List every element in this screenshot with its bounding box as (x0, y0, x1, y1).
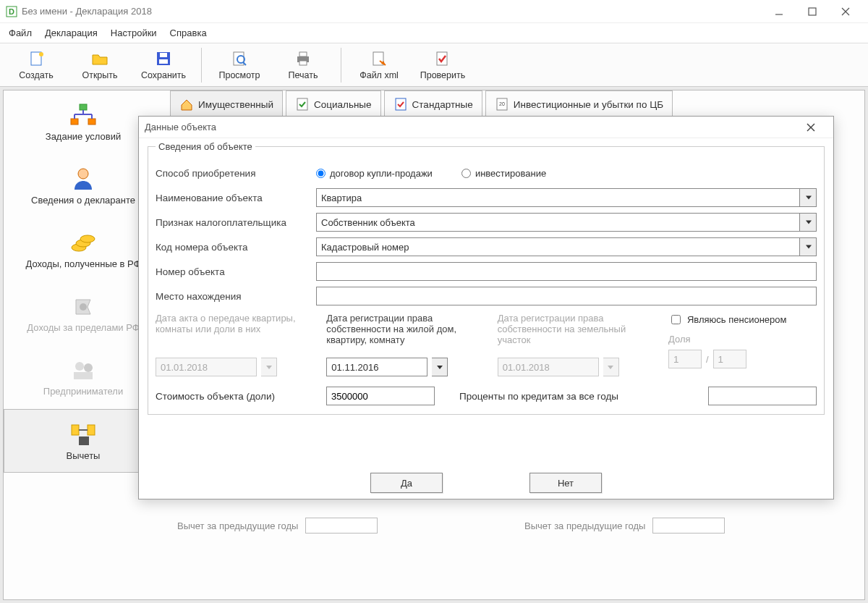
svg-rect-16 (299, 61, 307, 65)
deductions-icon (69, 421, 98, 447)
svg-rect-19 (437, 52, 447, 65)
radio-invest-label: инвестирование (475, 168, 546, 179)
filexml-button[interactable]: Файл xml (347, 46, 411, 85)
menu-help[interactable]: Справка (170, 28, 207, 38)
income-abroad-icon (69, 293, 98, 319)
svg-point-7 (39, 52, 43, 56)
save-button[interactable]: Сохранить (132, 46, 195, 85)
toolbar: Создать Открыть Сохранить Просмотр Печат… (0, 43, 868, 87)
close-button[interactable] (829, 0, 862, 23)
pensioner-checkbox[interactable]: Являюсь пенсионером (668, 313, 817, 326)
prev-years-right: Вычет за предыдущие годы (524, 518, 725, 534)
svg-point-30 (80, 235, 95, 243)
preview-button[interactable]: Просмотр (208, 46, 271, 85)
tab-investment-label: Инвестиционные и убытки по ЦБ (514, 99, 663, 110)
obj-name-label: Наименование объекта (156, 193, 316, 203)
title-bar: D Без имени - Декларация 2018 (0, 0, 868, 23)
svg-rect-3 (809, 8, 816, 15)
chevron-down-icon (806, 196, 812, 200)
date-reg-prop-input[interactable]: 01.11.2016 (326, 358, 427, 376)
date-act-dropdown (261, 358, 277, 376)
obj-number-label: Номер объекта (156, 266, 316, 277)
cost-label: Стоимость объекта (доли) (156, 391, 316, 402)
nav-declarant-label: Сведения о декларанте (31, 195, 135, 206)
pensioner-checkbox-input[interactable] (671, 315, 681, 324)
menu-file[interactable]: Файл (9, 28, 32, 38)
tab-standard-label: Стандартные (412, 99, 473, 110)
radio-invest[interactable]: инвестирование (461, 168, 546, 179)
chevron-down-icon (608, 366, 613, 369)
house-icon (179, 97, 194, 111)
maximize-button[interactable] (796, 0, 829, 23)
no-button[interactable]: Нет (529, 473, 602, 493)
date-reg-prop-dropdown[interactable] (432, 358, 448, 376)
minimize-button[interactable] (762, 0, 796, 23)
svg-text:D: D (9, 7, 14, 16)
chevron-down-icon (266, 366, 272, 369)
svg-point-32 (75, 362, 84, 371)
nav-income-abroad-label: Доходы за пределами РФ (27, 322, 139, 333)
tab-social[interactable]: Социальные (286, 90, 381, 118)
svg-rect-9 (159, 59, 168, 64)
document-check-icon (295, 97, 310, 111)
taxpayer-sign-value: Собственник объекта (321, 217, 415, 228)
preview-icon (231, 50, 248, 67)
date-reg-land-dropdown (603, 358, 619, 376)
radio-purchase-input[interactable] (316, 169, 326, 178)
save-label: Сохранить (141, 70, 186, 80)
cost-input[interactable] (326, 387, 435, 405)
obj-code-combo[interactable]: Кадастровый номер (316, 237, 817, 256)
print-icon (294, 50, 312, 67)
taxpayer-sign-label: Признак налогоплательщика (156, 217, 316, 228)
print-button[interactable]: Печать (271, 46, 335, 85)
svg-rect-39 (297, 98, 307, 110)
obj-code-label: Код номера объекта (156, 242, 316, 253)
dialog-title-bar: Данные объекта (139, 117, 833, 138)
radio-purchase-label: договор купли-продажи (330, 168, 433, 179)
nav-entrepreneur-label: Предприниматели (43, 386, 123, 397)
svg-rect-36 (88, 425, 95, 435)
svg-point-31 (80, 303, 87, 311)
menu-declaration[interactable]: Декларация (45, 28, 98, 38)
income-rf-icon (69, 229, 98, 256)
location-input[interactable] (316, 287, 817, 305)
nav-income-rf-label: Доходы, полученные в РФ (25, 258, 140, 269)
yes-button[interactable]: Да (370, 473, 443, 493)
close-icon (806, 122, 816, 132)
xml-file-icon (370, 50, 388, 67)
svg-text:20: 20 (499, 101, 505, 106)
window-title: Без имени - Декларация 2018 (22, 6, 152, 17)
svg-rect-40 (396, 98, 406, 110)
prev-years-right-input[interactable] (652, 518, 725, 534)
tab-standard[interactable]: Стандартные (384, 90, 482, 118)
prev-years-left-label: Вычет за предыдущие годы (177, 520, 298, 531)
taxpayer-sign-combo[interactable]: Собственник объекта (316, 213, 817, 232)
check-button[interactable]: Проверить (411, 46, 475, 85)
tab-property[interactable]: Имущественный (170, 90, 283, 118)
tab-investment[interactable]: 20 Инвестиционные и убытки по ЦБ (485, 90, 673, 118)
open-button[interactable]: Открыть (68, 46, 132, 85)
menu-settings[interactable]: Настройки (111, 28, 157, 38)
svg-point-27 (78, 169, 88, 179)
interest-label: Проценты по кредитам за все годы (459, 391, 618, 402)
share-divider: / (706, 354, 709, 365)
interest-input[interactable] (708, 387, 817, 405)
obj-number-input[interactable] (316, 262, 817, 281)
obj-name-value: Квартира (321, 193, 362, 203)
dialog-title: Данные объекта (145, 122, 216, 132)
save-icon (155, 50, 172, 67)
prev-years-left-input[interactable] (305, 518, 378, 534)
document-icon: 20 (495, 97, 509, 111)
prev-years-right-label: Вычет за предыдущие годы (524, 520, 645, 531)
check-label: Проверить (420, 70, 466, 80)
prev-years-left: Вычет за предыдущие годы (177, 518, 378, 534)
dialog-close-button[interactable] (806, 122, 827, 132)
radio-purchase[interactable]: договор купли-продажи (316, 168, 433, 179)
radio-invest-input[interactable] (461, 169, 471, 178)
obj-name-combo[interactable]: Квартира (316, 188, 817, 207)
svg-rect-10 (160, 53, 167, 57)
nav-deductions-label: Вычеты (67, 450, 101, 461)
app-icon: D (6, 6, 17, 17)
chevron-down-icon (806, 221, 812, 224)
create-button[interactable]: Создать (4, 46, 68, 85)
